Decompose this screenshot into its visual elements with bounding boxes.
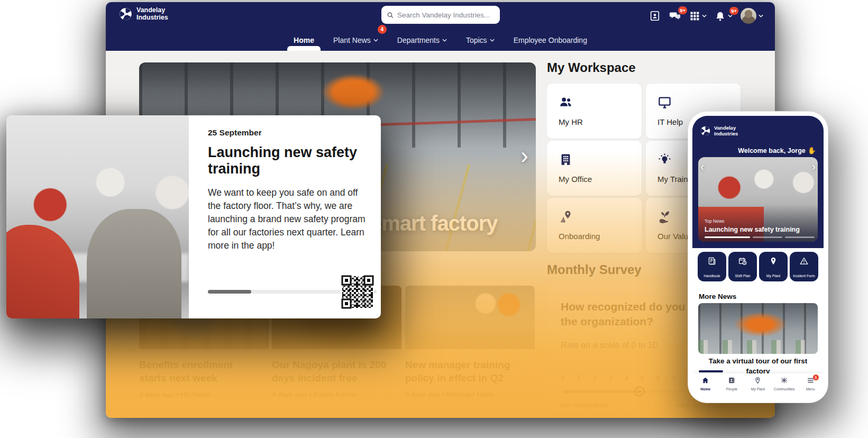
monitor-icon bbox=[657, 95, 672, 110]
nav-label: Menu bbox=[797, 387, 824, 391]
apps-grid-icon bbox=[689, 11, 700, 21]
news-title: New manager training policy in effect in… bbox=[405, 359, 528, 385]
phone-bottom-nav: Home People My Plant bbox=[692, 373, 824, 398]
scale-tick: 3 bbox=[608, 375, 612, 382]
notifications-button[interactable]: 9+ bbox=[715, 11, 733, 22]
people-directory-icon bbox=[728, 377, 736, 384]
shift-plan-icon bbox=[738, 257, 747, 266]
pinwheel-logo-icon bbox=[118, 7, 133, 21]
scale-tick: 6 bbox=[656, 375, 660, 382]
building-icon bbox=[559, 152, 573, 167]
wave-emoji: ✋ bbox=[808, 147, 816, 154]
popup-photo bbox=[6, 115, 189, 318]
carousel-next-button[interactable]: › bbox=[812, 160, 816, 174]
map-pin-icon bbox=[769, 257, 778, 266]
quick-actions: Handbook Shift Plan My Plant bbox=[698, 252, 818, 281]
nav-departments[interactable]: Departments bbox=[397, 30, 447, 51]
top-news-carousel[interactable]: Top News Launching new safety training bbox=[698, 157, 818, 242]
quick-action-shift-plan[interactable]: Shift Plan bbox=[728, 252, 757, 281]
news-card[interactable]: New manager training policy in effect in… bbox=[405, 286, 535, 398]
nav-home[interactable]: Home bbox=[692, 373, 719, 398]
contact-book-icon bbox=[649, 10, 661, 22]
nav-people[interactable]: People bbox=[719, 373, 745, 398]
news-title: Benefits enrollment starts next week bbox=[139, 359, 262, 385]
popup-body: We want to keep you safe on and off the … bbox=[208, 186, 370, 252]
tile-label: Onboarding bbox=[559, 232, 600, 241]
avatar bbox=[741, 8, 756, 24]
welcome-message: Welcome back, Jorge✋ bbox=[738, 147, 816, 154]
pinwheel-logo-icon bbox=[700, 125, 711, 136]
carousel-pagination bbox=[705, 236, 815, 238]
brand-logo[interactable]: VandelayIndustries bbox=[118, 7, 168, 21]
news-meta: 6 days ago • Manager News bbox=[405, 390, 535, 398]
chevron-down-icon bbox=[759, 14, 763, 17]
phone-mockup: VandelayIndustries Welcome back, Jorge✋ … bbox=[688, 111, 828, 403]
marketing-composition: VandelayIndustries bbox=[0, 0, 868, 438]
home-icon bbox=[701, 377, 709, 384]
hand-leaf-icon bbox=[657, 209, 672, 224]
tile-my-office[interactable]: My Office bbox=[547, 141, 642, 196]
nav-label: My Plant bbox=[745, 387, 771, 391]
news-meta: 3 days ago • HR News bbox=[139, 390, 269, 398]
map-pin-icon bbox=[754, 377, 762, 384]
nav-communities[interactable]: Communities bbox=[771, 373, 798, 398]
search-input[interactable] bbox=[397, 11, 495, 19]
quick-action-my-plant[interactable]: My Plant bbox=[759, 252, 788, 281]
news-image bbox=[405, 286, 535, 349]
carousel-prev-button[interactable]: ‹ bbox=[700, 160, 704, 174]
more-news-image[interactable] bbox=[698, 303, 818, 354]
nav-label: Departments bbox=[397, 36, 440, 44]
more-news-pagination-bar bbox=[699, 370, 723, 372]
brand-logo: VandelayIndustries bbox=[700, 125, 738, 136]
nav-label: Topics bbox=[466, 36, 487, 44]
chevron-down-icon bbox=[702, 14, 707, 17]
popup-date: 25 September bbox=[208, 128, 372, 138]
survey-min-label: not recognized bbox=[561, 401, 608, 409]
phone-screen: VandelayIndustries Welcome back, Jorge✋ … bbox=[692, 116, 824, 398]
nav-menu[interactable]: 1 Menu bbox=[797, 373, 824, 398]
nav-label: Home bbox=[692, 387, 719, 391]
chat-badge: 9+ bbox=[678, 6, 688, 15]
survey-slider-fill bbox=[563, 390, 639, 393]
quick-action-incident-form[interactable]: Incident Form bbox=[790, 252, 818, 281]
global-search[interactable] bbox=[381, 6, 500, 24]
lightbulb-icon bbox=[657, 152, 672, 167]
communities-network-icon bbox=[780, 377, 788, 384]
brand-name: VandelayIndustries bbox=[136, 7, 168, 21]
quick-action-label: Shift Plan bbox=[728, 274, 757, 278]
more-news-title: Take a virtual tour of our first bbox=[692, 357, 824, 365]
nav-plant-news[interactable]: Plant News 4 bbox=[333, 30, 378, 51]
nav-my-plant[interactable]: My Plant bbox=[745, 373, 771, 398]
nav-home[interactable]: Home bbox=[294, 30, 314, 51]
survey-slider-knob[interactable] bbox=[634, 386, 645, 397]
nav-label: Home bbox=[294, 36, 314, 44]
quick-action-label: My Plant bbox=[759, 274, 788, 278]
chat-button[interactable]: 9+ bbox=[669, 10, 681, 22]
tile-label: My Office bbox=[559, 175, 592, 184]
nav-label: Plant News bbox=[333, 36, 371, 44]
scale-tick: 7 bbox=[672, 375, 676, 382]
quick-action-handbook[interactable]: Handbook bbox=[698, 252, 726, 281]
apps-menu-button[interactable] bbox=[689, 11, 707, 21]
nav-label: People bbox=[719, 387, 745, 391]
nav-employee-onboarding[interactable]: Employee Onboarding bbox=[514, 30, 587, 51]
tile-onboarding[interactable]: Onboarding bbox=[547, 198, 642, 253]
bell-icon bbox=[715, 11, 726, 22]
tile-my-hr[interactable]: My HR bbox=[547, 84, 642, 139]
nav-label: Communities bbox=[771, 387, 798, 391]
chevron-down-icon bbox=[442, 39, 447, 42]
plant-news-badge: 4 bbox=[378, 25, 387, 34]
survey-section-title: Monthly Survey bbox=[547, 262, 642, 277]
scale-tick: 4 bbox=[625, 375, 628, 382]
nav-topics[interactable]: Topics bbox=[466, 30, 495, 51]
scale-tick: 0 bbox=[561, 375, 564, 382]
tile-label: My HR bbox=[559, 117, 583, 126]
scale-tick: 2 bbox=[592, 375, 596, 382]
carousel-next-button[interactable]: › bbox=[520, 146, 528, 165]
more-news-heading: More News bbox=[699, 293, 736, 300]
survey-subtitle: Rate on a scale of 0 to 10. bbox=[561, 341, 660, 350]
news-meta: 4 days ago • Kudos Korner bbox=[272, 390, 401, 398]
contacts-button[interactable] bbox=[649, 10, 661, 22]
profile-button[interactable] bbox=[741, 8, 763, 24]
news-title: Our Nagoya plant is 200 days incident fr… bbox=[272, 359, 395, 385]
